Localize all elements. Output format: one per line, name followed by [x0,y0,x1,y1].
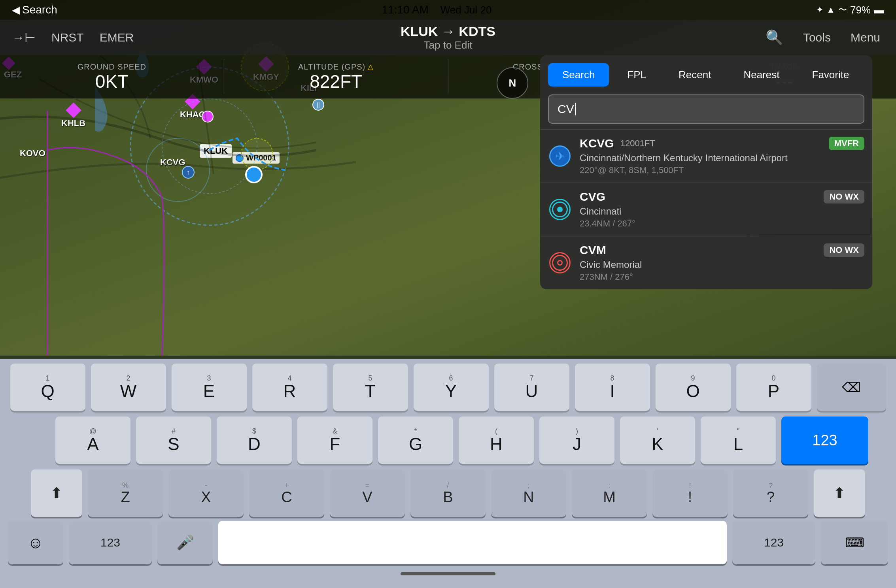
search-tabs: Search FPL Recent Nearest Favorite [540,55,872,90]
result-icon-cvg [548,198,572,221]
key-r[interactable]: 4R [252,364,327,411]
key-e[interactable]: 3E [172,364,247,411]
key-p[interactable]: 0P [736,364,811,411]
tools-button[interactable]: Tools [803,31,831,44]
key-space[interactable] [218,521,727,564]
direct-to-button[interactable]: →⊢ [12,30,36,45]
result-badge-kcvg: MVFR [829,137,864,150]
key-o[interactable]: 9O [656,364,731,411]
key-j[interactable]: )J [539,416,614,464]
ground-speed: GROUND SPEED 0KT [0,59,224,95]
tab-search[interactable]: Search [548,63,609,87]
key-h[interactable]: (H [459,416,534,464]
key-num-left[interactable]: 123 [69,521,152,564]
result-kcvg[interactable]: ✈ KCVG 12001FT MVFR Cincinnati/Northern … [540,129,872,183]
kb-row-3: ⬆ %Z -X +C =V /B ;N :M !! ?? ⬆ [4,469,892,517]
map-point-khlb[interactable]: KHLB [61,105,85,128]
status-date: Wed Jul 20 [440,4,492,16]
search-input-area[interactable]: CV [540,90,872,129]
key-exclaim[interactable]: !! [652,469,728,517]
map-label-kcvg: KCVG [160,157,185,167]
tap-to-edit[interactable]: Tap to Edit [166,39,730,51]
key-x[interactable]: -X [168,469,244,517]
key-b[interactable]: /B [410,469,486,517]
kb-bottom-row: ☺ 123 🎤 123 ⌨ [0,517,896,568]
key-a[interactable]: @A [55,416,130,464]
key-done[interactable]: 123 [781,416,868,464]
result-id-cvg: CVG [580,190,605,204]
altitude-gps: ALTITUDE (GPS) △ 822FT [224,59,448,95]
kb-row-1: 1Q 2W 3E 4R 5T 6Y 7U 8I 9O 0P ⌫ [4,364,892,411]
key-v[interactable]: =V [330,469,405,517]
result-detail-cvm: 273NM / 276° [580,272,864,282]
map-point-wp0001[interactable]: WP0001 [233,152,280,164]
map-point-kovo[interactable]: KOVO [20,148,45,158]
map-label-kovo: KOVO [20,148,45,158]
key-question[interactable]: ?? [733,469,808,517]
key-m[interactable]: :M [572,469,647,517]
key-num-right[interactable]: 123 [732,521,815,564]
result-cvm[interactable]: CVM NO WX Civic Memorial 273NM / 276° [540,236,872,289]
kb-row-2: @A #S $D &F *G (H )J 'K "L 123 [4,416,892,464]
key-n[interactable]: ;N [491,469,566,517]
sun-icon: ✦ [816,5,823,15]
back-label[interactable]: Search [22,4,57,16]
text-cursor [575,103,576,115]
result-id-kcvg: KCVG [580,137,614,150]
key-mic[interactable]: 🎤 [157,521,213,564]
result-name-cvg: Cincinnati [580,206,864,217]
result-icon-kcvg: ✈ [548,144,572,168]
tab-favorite[interactable]: Favorite [798,63,864,87]
key-g[interactable]: *G [378,416,453,464]
aircraft-position [245,166,263,183]
key-delete[interactable]: ⌫ [817,364,886,411]
map-point-kluk[interactable]: KLUK [200,144,232,158]
search-nav-icon[interactable]: 🔍 [766,29,783,46]
emer-button[interactable]: EMER [100,31,134,44]
result-detail-kcvg: 220°@ 8KT, 8SM, 1,500FT [580,165,864,175]
key-t[interactable]: 5T [333,364,408,411]
tab-nearest[interactable]: Nearest [729,63,794,87]
key-l[interactable]: "L [701,416,776,464]
location-icon: ▲ [826,5,835,15]
key-f[interactable]: &F [297,416,372,464]
tab-recent[interactable]: Recent [664,63,725,87]
key-shift-left[interactable]: ⬆ [31,469,82,517]
key-q[interactable]: 1Q [10,364,85,411]
wifi-icon: 〜 [838,4,847,16]
key-y[interactable]: 6Y [414,364,489,411]
result-detail-cvg: 23.4NM / 267° [580,219,864,229]
key-c[interactable]: +C [249,469,324,517]
result-name-cvm: Civic Memorial [580,259,864,270]
key-z[interactable]: %Z [88,469,163,517]
menu-button[interactable]: Menu [851,31,880,44]
key-k[interactable]: 'K [620,416,695,464]
status-bar: ◀ Search 11:10 AM Wed Jul 20 ✦ ▲ 〜 79% ▬ [0,0,896,20]
status-time: 11:10 AM [382,4,428,16]
flight-title[interactable]: KLUK → KDTS [166,24,730,39]
key-u[interactable]: 7U [494,364,569,411]
key-shift-right[interactable]: ⬆ [814,469,865,517]
key-d[interactable]: $D [217,416,292,464]
key-emoji[interactable]: ☺ [8,521,63,564]
result-badge-cvm: NO WX [824,243,864,257]
result-info-cvm: CVM NO WX Civic Memorial 273NM / 276° [580,243,864,282]
keyboard-rows: 1Q 2W 3E 4R 5T 6Y 7U 8I 9O 0P ⌫ @A #S $D… [0,359,896,517]
key-keyboard[interactable]: ⌨ [821,521,888,564]
key-w[interactable]: 2W [91,364,166,411]
key-i[interactable]: 8I [575,364,650,411]
map-label-kluk: KLUK [204,146,228,156]
vor-icon-cvg [549,199,571,220]
key-s[interactable]: #S [136,416,211,464]
back-arrow-icon: ◀ [12,4,20,16]
search-input-box[interactable]: CV [548,94,864,124]
battery-icon: ▬ [874,4,884,16]
tab-fpl[interactable]: FPL [613,63,660,87]
indicator-kil: || [312,99,324,111]
result-info-kcvg: KCVG 12001FT MVFR Cincinnati/Northern Ke… [580,137,864,175]
nrst-button[interactable]: NRST [51,31,84,44]
map-label-wp0001: WP0001 [246,153,276,162]
home-indicator [0,568,896,578]
result-cvg[interactable]: CVG NO WX Cincinnati 23.4NM / 267° [540,183,872,236]
map-point-kcvg[interactable]: KCVG [160,157,185,168]
